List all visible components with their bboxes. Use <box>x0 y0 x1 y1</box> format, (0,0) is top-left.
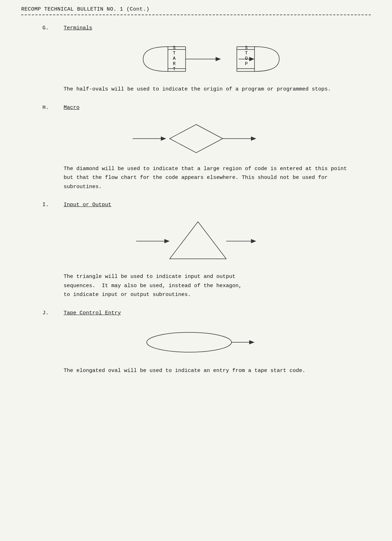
svg-text:T: T <box>245 51 248 56</box>
section-h-title: Macro <box>64 105 80 111</box>
divider <box>21 14 371 15</box>
section-i-title-or: or <box>83 202 92 208</box>
svg-marker-35 <box>249 340 254 344</box>
section-j-text: The elongated oval will be used to indic… <box>64 366 350 376</box>
section-g: G. Terminals S T A R T <box>21 25 371 94</box>
svg-text:O: O <box>245 56 248 61</box>
page-header: RECOMP TECHNICAL BULLETIN NO. 1 (Cont.) <box>21 6 371 12</box>
section-j-diagram <box>21 325 371 360</box>
section-i-diagram <box>21 216 371 266</box>
svg-text:S: S <box>173 45 176 51</box>
svg-text:A: A <box>173 56 176 61</box>
section-i-title-input: Input <box>64 202 80 208</box>
section-i-title: Input or Output <box>64 202 111 208</box>
svg-marker-29 <box>164 239 170 243</box>
svg-text:R: R <box>173 61 176 66</box>
svg-marker-27 <box>251 136 256 141</box>
svg-marker-25 <box>170 124 223 153</box>
svg-text:T: T <box>173 51 176 56</box>
section-g-diagram: S T A R T S T O P <box>21 40 371 78</box>
section-j-header: J. Tape Control Entry <box>42 310 371 316</box>
section-j-title: Tape Control Entry <box>64 310 121 316</box>
section-h-header: H. Macro <box>42 105 371 111</box>
section-i-header: I. Input or Output <box>42 202 371 208</box>
section-h-letter: H. <box>42 105 64 111</box>
svg-marker-24 <box>161 136 166 141</box>
svg-text:P: P <box>245 61 248 66</box>
section-h-text: The diamond will be used to indicate tha… <box>64 164 350 192</box>
section-h-diagram <box>21 119 371 158</box>
section-g-letter: G. <box>42 25 64 31</box>
section-j-letter: J. <box>42 310 64 316</box>
section-i-letter: I. <box>42 202 64 208</box>
section-g-header: G. Terminals <box>42 25 371 31</box>
svg-text:S: S <box>245 45 248 51</box>
section-j: J. Tape Control Entry The elongated oval… <box>21 310 371 376</box>
section-i-text: The triangle will be used to indicate in… <box>64 272 350 299</box>
svg-marker-30 <box>170 222 226 259</box>
section-g-title: Terminals <box>64 25 92 31</box>
section-i: I. Input or Output The triangle will be … <box>21 202 371 299</box>
section-g-text: The half-ovals will be used to indicate … <box>64 85 350 94</box>
section-i-title-output: Output <box>92 202 111 208</box>
svg-marker-32 <box>251 239 256 243</box>
svg-text:T: T <box>173 66 176 72</box>
svg-point-33 <box>147 332 232 352</box>
svg-marker-11 <box>216 57 221 61</box>
section-h: H. Macro The diamond will be used to ind… <box>21 105 371 192</box>
svg-marker-13 <box>249 57 254 61</box>
